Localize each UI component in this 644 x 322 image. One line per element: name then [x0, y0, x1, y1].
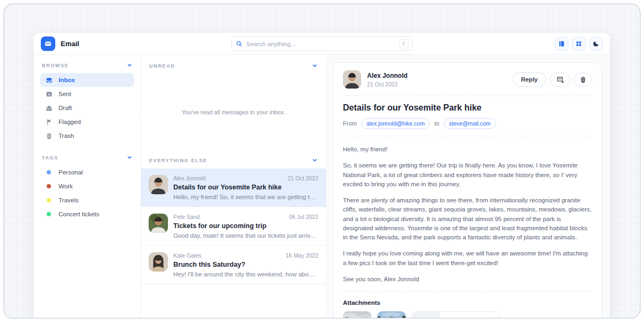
mail-sender: Kate Gates	[173, 252, 202, 259]
mail-subject: Details for our Yosemite Park hike	[173, 184, 318, 191]
draft-icon	[46, 105, 53, 112]
main-content: BROWSE Inbox Sent Draft	[34, 55, 610, 319]
browse-section-header: BROWSE	[40, 62, 134, 68]
sidebar-item-label: Flagged	[58, 119, 81, 125]
email-detail-card: Alex Jonnold 21 Oct 2022 Reply	[333, 62, 602, 319]
divider	[343, 136, 592, 136]
mail-subject: Brunch this Saturday?	[173, 261, 318, 268]
tag-label: Concert tickets	[58, 211, 99, 217]
email-app-window: Email Search anything... /	[33, 32, 610, 319]
tag-item-personal[interactable]: Personal	[40, 165, 134, 179]
sidebar-item-label: Trash	[58, 133, 74, 139]
trash-icon	[580, 76, 587, 83]
tag-item-work[interactable]: Work	[40, 179, 134, 193]
attachment-photo-valley[interactable]	[343, 311, 371, 319]
browse-nav: Inbox Sent Draft Flagged	[40, 73, 134, 143]
app-title: Email	[61, 40, 79, 48]
body-paragraph: Hello, my friend!	[343, 145, 592, 154]
desktop-background: Email Search anything... /	[3, 3, 641, 319]
delete-button[interactable]	[574, 72, 592, 87]
to-email-chip[interactable]: steve@mail.com	[444, 118, 496, 129]
sidebar-item-label: Inbox	[58, 77, 75, 83]
attachments-row: videos-hike.zip 100 MB	[343, 311, 592, 319]
tags-nav: Personal Work Travels Concert tickets	[40, 165, 134, 221]
sidebar-item-draft[interactable]: Draft	[40, 101, 134, 115]
mail-subject: Tickets for our upcoming trip	[173, 222, 318, 230]
envelope-icon	[44, 40, 52, 48]
sidebar-item-label: Draft	[58, 105, 72, 111]
tags-section-header: TAGS	[40, 155, 134, 160]
email-detail-header: Alex Jonnold 21 Oct 2022 Reply	[343, 70, 592, 89]
sender-name: Alex Jonnold	[367, 72, 407, 79]
mail-list-item[interactable]: Alex Jonnold 21 Oct 2022 Details for our…	[141, 169, 326, 207]
flag-icon	[46, 119, 53, 126]
tag-label: Work	[58, 183, 73, 189]
body-paragraph: See you soon, Alex Jonnold	[343, 275, 592, 284]
mail-date: 16 May 2022	[286, 252, 318, 259]
attachments-label: Attachments	[343, 299, 592, 306]
reading-pane: Alex Jonnold 21 Oct 2022 Reply	[326, 55, 610, 319]
chevron-down-icon[interactable]	[312, 63, 318, 69]
email-date: 21 Oct 2022	[367, 81, 407, 87]
chevron-down-icon[interactable]	[127, 62, 133, 68]
sidebar-item-flagged[interactable]: Flagged	[40, 115, 134, 129]
avatar	[149, 175, 168, 194]
apps-grid-button[interactable]	[572, 37, 586, 50]
reply-button[interactable]: Reply	[513, 72, 546, 87]
mail-list-item[interactable]: Pete Sand 06 Jul 2022 Tickets for our up…	[141, 207, 326, 246]
tag-item-travels[interactable]: Travels	[40, 193, 134, 207]
everything-else-label: EVERYTHING ELSE	[149, 158, 207, 163]
tag-dot	[47, 184, 51, 188]
dark-mode-button[interactable]	[589, 37, 603, 50]
chevron-down-icon[interactable]	[127, 155, 133, 160]
avatar	[149, 252, 168, 272]
body-paragraph: I really hope you love coming along with…	[343, 249, 592, 268]
mail-date: 06 Jul 2022	[289, 214, 318, 220]
sidebar-item-sent[interactable]: Sent	[40, 87, 134, 101]
topbar: Email Search anything... /	[34, 33, 610, 55]
topbar-actions	[555, 37, 603, 50]
body-paragraph: There are plenty of amazing things to se…	[343, 196, 592, 242]
mail-list-item[interactable]: Kate Gates 16 May 2022 Brunch this Satur…	[141, 246, 326, 284]
from-to-row: From alex.jonnold@hike.com to steve@mail…	[343, 118, 592, 129]
forward-button[interactable]	[550, 72, 570, 87]
library-button[interactable]	[555, 37, 568, 50]
trash-icon	[46, 133, 53, 140]
unread-section-header: UNREAD	[141, 55, 326, 73]
unread-empty-message: You've read all messages in your inbox.	[141, 73, 326, 151]
from-email-chip[interactable]: alex.jonnold@hike.com	[361, 118, 430, 129]
tag-label: Travels	[58, 197, 78, 203]
moon-icon	[592, 40, 599, 47]
sidebar-item-label: Sent	[58, 91, 71, 97]
tag-label: Personal	[58, 169, 83, 175]
avatar	[149, 214, 168, 233]
to-label: to	[434, 120, 439, 127]
sidebar-item-inbox[interactable]: Inbox	[40, 73, 134, 87]
mail-preview: Hello, my friend! So, it seems that we a…	[173, 194, 318, 200]
mail-date: 21 Oct 2022	[288, 175, 318, 181]
attachment-file-card[interactable]: videos-hike.zip 100 MB	[412, 311, 500, 319]
divider	[343, 291, 592, 291]
app-logo	[41, 36, 55, 51]
attachment-photo-half-dome[interactable]	[377, 311, 406, 319]
tag-dot	[47, 212, 51, 216]
sent-icon	[46, 91, 53, 98]
from-label: From	[343, 120, 357, 127]
unread-label: UNREAD	[149, 63, 175, 69]
everything-else-section-header: EVERYTHING ELSE	[141, 151, 326, 169]
search-input[interactable]: Search anything... /	[231, 36, 413, 51]
chevron-down-icon[interactable]	[312, 157, 318, 163]
book-icon	[558, 40, 565, 47]
tag-dot	[47, 170, 51, 174]
grid-icon	[575, 40, 582, 47]
sidebar-item-trash[interactable]: Trash	[40, 129, 134, 143]
mail-list-panel: UNREAD You've read all messages in your …	[141, 55, 326, 319]
inbox-icon	[46, 77, 53, 84]
tags-label: TAGS	[42, 155, 58, 160]
tag-dot	[47, 198, 51, 202]
tag-item-concert-tickets[interactable]: Concert tickets	[40, 207, 134, 221]
divider	[343, 96, 592, 96]
mail-preview: Good day, mate! It seems that our ticket…	[173, 232, 318, 239]
attachment-file-name[interactable]: videos-hike.zip	[447, 317, 491, 319]
envelope-forward-icon	[557, 76, 564, 83]
